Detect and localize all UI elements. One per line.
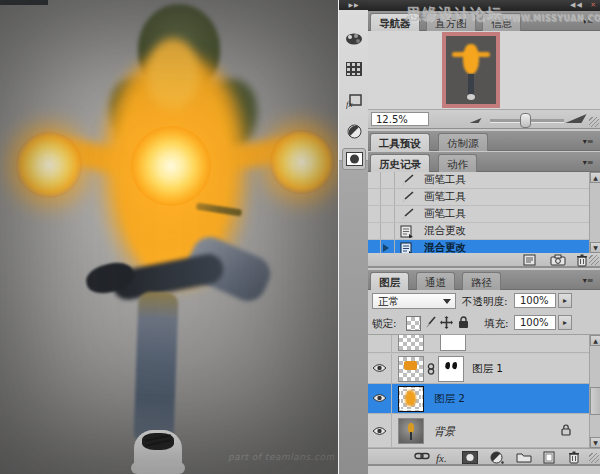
panel-menu-icon[interactable]: ▾≡ xyxy=(580,136,596,147)
panel-menu-icon[interactable]: ▾≡ xyxy=(580,275,596,286)
navigator-preview-area xyxy=(368,31,600,110)
svg-text:fx.: fx. xyxy=(436,452,447,464)
chevron-down-icon xyxy=(443,299,451,304)
resize-grip[interactable] xyxy=(589,117,599,127)
tool-presets-tabbar: 工具预设 仿制源 ▾≡ xyxy=(368,131,600,151)
energy-orb-chest xyxy=(131,126,211,206)
document-canvas[interactable]: part of teamlans.com xyxy=(0,0,338,474)
fill-label: 填充: xyxy=(484,315,509,331)
new-adjustment-layer-icon[interactable] xyxy=(490,451,508,464)
panel-group-titlebar: ◀◀ ✕ xyxy=(368,0,600,11)
tab-histogram[interactable]: 直方图 xyxy=(426,13,476,31)
resize-grip[interactable] xyxy=(589,255,599,265)
fill-input[interactable]: 100% xyxy=(514,315,556,330)
history-row[interactable]: 画笔工具 xyxy=(368,206,600,223)
zoom-out-icon[interactable] xyxy=(470,118,482,123)
tab-tool-presets[interactable]: 工具预设 xyxy=(370,133,430,151)
layer-mask-thumbnail[interactable] xyxy=(440,335,466,351)
mask-link-icon[interactable] xyxy=(427,363,435,375)
close-icon[interactable]: ✕ xyxy=(590,1,597,9)
styles-panel-icon[interactable]: fx xyxy=(342,90,366,112)
fill-spinner[interactable]: ▸ xyxy=(558,315,572,330)
tab-history[interactable]: 历史记录 xyxy=(370,154,430,172)
visibility-eye-icon[interactable] xyxy=(372,393,387,403)
new-snapshot-icon[interactable] xyxy=(550,254,566,266)
link-layers-icon[interactable] xyxy=(414,451,432,464)
layer-style-fx-icon[interactable]: fx. xyxy=(436,451,454,464)
history-tabbar: 历史记录 动作 ▾≡ xyxy=(368,152,600,172)
layer-row-layer2-selected[interactable]: 图层 2 xyxy=(368,384,589,414)
layer-row-partial[interactable] xyxy=(368,335,589,353)
visibility-eye-icon[interactable] xyxy=(372,363,387,373)
history-row[interactable]: 画笔工具 xyxy=(368,189,600,206)
new-layer-icon[interactable] xyxy=(542,451,560,464)
history-scrollbar[interactable]: ▲ ▼ xyxy=(589,172,600,253)
panel-menu-icon[interactable]: ▾≡ xyxy=(580,157,596,168)
tab-paths[interactable]: 路径 xyxy=(462,272,501,290)
swatches-panel-icon[interactable] xyxy=(342,58,366,80)
lock-transparency-icon[interactable] xyxy=(406,316,421,331)
lock-all-icon[interactable] xyxy=(458,316,471,329)
collapse-panels-icon[interactable]: ◀◀ xyxy=(570,1,583,9)
layer-thumbnail[interactable] xyxy=(398,335,424,351)
zoom-slider-thumb[interactable] xyxy=(520,113,531,128)
brush-icon xyxy=(400,191,414,204)
layer-row-background[interactable]: 背景 xyxy=(368,414,589,448)
lock-paint-icon[interactable] xyxy=(424,316,437,329)
navigator-footer: 12.5% xyxy=(368,110,600,129)
layer-name[interactable]: 图层 1 xyxy=(472,362,503,376)
new-group-icon[interactable] xyxy=(516,451,534,464)
layers-scrollbar[interactable]: ▲ ▼ xyxy=(589,335,600,448)
zoom-in-icon[interactable] xyxy=(565,114,586,123)
visibility-eye-icon[interactable] xyxy=(372,426,387,436)
watermark-bottom: part of teamlans.com xyxy=(228,452,335,462)
history-row[interactable]: 混合更改 xyxy=(368,223,600,240)
panel-menu-icon[interactable]: ▾≡ xyxy=(580,16,596,27)
tab-info[interactable]: 信息 xyxy=(482,13,521,31)
layer-name[interactable]: 图层 2 xyxy=(434,392,465,406)
add-layer-mask-icon[interactable] xyxy=(462,451,480,464)
layer-thumbnail[interactable] xyxy=(398,386,424,412)
layers-footer: fx. xyxy=(368,448,600,466)
layer-mask-thumbnail[interactable] xyxy=(438,356,464,382)
masks-panel-icon[interactable] xyxy=(342,148,366,170)
scroll-up-icon[interactable]: ▲ xyxy=(590,335,600,346)
navigator-thumb-shoe xyxy=(467,94,475,100)
tab-actions[interactable]: 动作 xyxy=(438,154,477,172)
tab-channels[interactable]: 通道 xyxy=(416,272,455,290)
blend-mode-row: 正常 不透明度: 100% ▸ xyxy=(368,290,600,312)
navigator-proxy-view[interactable] xyxy=(442,32,500,108)
history-row[interactable]: 画笔工具 xyxy=(368,172,600,189)
new-document-from-state-icon[interactable] xyxy=(522,254,538,266)
expand-dock-icon[interactable]: ▶▶ xyxy=(348,1,359,8)
brush-icon xyxy=(400,174,414,187)
scrollbar-thumb[interactable] xyxy=(590,387,600,415)
background-thumbnail[interactable] xyxy=(398,418,424,444)
resize-grip[interactable] xyxy=(589,453,599,463)
scroll-down-icon[interactable]: ▼ xyxy=(590,437,600,448)
dock-header[interactable]: ▶▶ xyxy=(339,0,369,10)
layer-row-layer1[interactable]: 图层 1 xyxy=(368,354,589,384)
tab-clone-source[interactable]: 仿制源 xyxy=(438,133,488,151)
opacity-input[interactable]: 100% xyxy=(514,293,556,308)
tab-layers[interactable]: 图层 xyxy=(370,272,409,290)
navigator-thumb-figure xyxy=(463,44,479,74)
history-list: 画笔工具 画笔工具 画笔工具 混合更改 混合更改 xyxy=(368,172,600,253)
adjustments-panel-icon[interactable] xyxy=(342,120,366,142)
opacity-spinner[interactable]: ▸ xyxy=(558,293,572,308)
panel-dock-strip: ▶▶ fx xyxy=(338,0,368,474)
zoom-percentage-input[interactable]: 12.5% xyxy=(371,112,429,126)
scroll-up-icon[interactable]: ▲ xyxy=(590,172,600,183)
lock-position-icon[interactable] xyxy=(440,316,453,329)
layer-thumbnail[interactable] xyxy=(398,356,424,382)
scroll-down-icon[interactable]: ▼ xyxy=(590,242,600,253)
tab-navigator[interactable]: 导航器 xyxy=(370,13,420,31)
delete-layer-icon[interactable] xyxy=(568,451,586,464)
layer-name[interactable]: 背景 xyxy=(434,425,455,439)
navigator-tabbar: 导航器 直方图 信息 ▾≡ xyxy=(368,11,600,31)
layer-lock-icon xyxy=(561,424,571,436)
svg-text:fx: fx xyxy=(346,99,353,109)
color-panel-icon[interactable] xyxy=(342,28,366,50)
person-sneaker-sole xyxy=(131,462,185,474)
blend-mode-select[interactable]: 正常 xyxy=(372,293,456,309)
